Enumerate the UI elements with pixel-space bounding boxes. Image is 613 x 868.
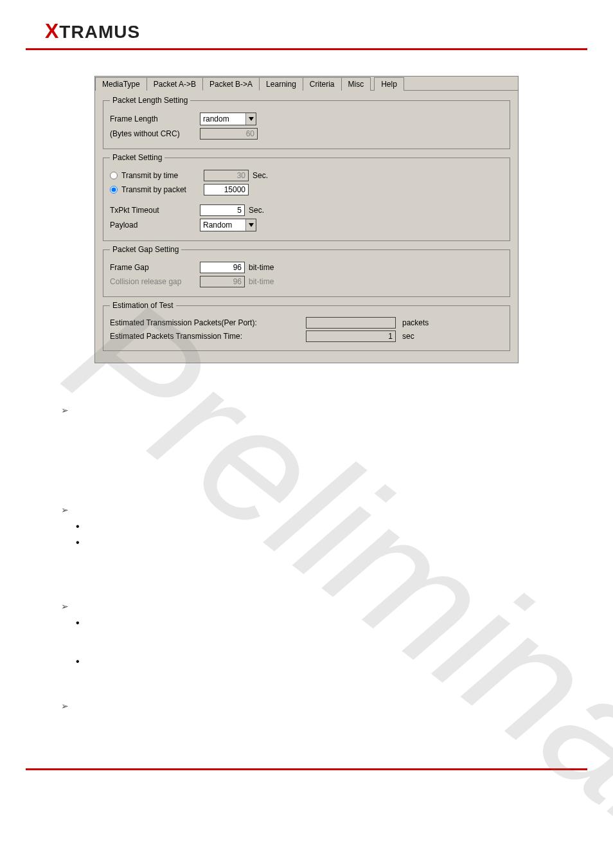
bullet-dot-icon: • (76, 656, 80, 667)
est-packets-unit: packets (402, 318, 429, 327)
est-time-unit: sec (402, 332, 414, 341)
transmit-by-time-unit: Sec. (253, 171, 268, 180)
txpkt-timeout-label: TxPkt Timeout (110, 206, 200, 215)
legend-packet-length: Packet Length Setting (110, 96, 190, 105)
bullet-triangle-icon: ➢ (61, 701, 69, 711)
group-packet-setting: Packet Setting Transmit by time Sec. Tra… (103, 153, 510, 241)
frame-length-value[interactable] (200, 113, 245, 125)
txpkt-timeout-unit: Sec. (249, 206, 264, 215)
footer-rule (26, 768, 587, 770)
legend-estimation: Estimation of Test (110, 301, 176, 310)
tab-mediatype[interactable]: MediaType (95, 77, 147, 91)
tab-misc[interactable]: Misc (341, 77, 371, 91)
bullet-triangle-icon: ➢ (61, 505, 69, 515)
bullet-dot-icon: • (76, 617, 80, 629)
payload-label: Payload (110, 221, 200, 230)
legend-packet-setting: Packet Setting (110, 153, 164, 162)
header-rule (26, 48, 587, 50)
collision-gap-unit: bit-time (249, 277, 274, 286)
frame-length-label: Frame Length (110, 114, 200, 123)
transmit-by-time-radio[interactable] (110, 172, 118, 179)
group-estimation: Estimation of Test Estimated Transmissio… (103, 301, 510, 351)
transmit-by-time-field (204, 170, 249, 181)
tab-strip: MediaType Packet A->B Packet B->A Learni… (95, 77, 518, 91)
bullet-triangle-icon: ➢ (61, 601, 69, 611)
body-text-region: ➢ ➢ • • ➢ • • ➢ (26, 383, 587, 691)
est-packets-value (306, 317, 396, 329)
bullet-triangle-icon: ➢ (61, 405, 69, 415)
tab-packet-ab[interactable]: Packet A->B (147, 77, 203, 91)
brand-logo: XTRAMUS (26, 13, 587, 46)
tab-learning[interactable]: Learning (259, 77, 303, 91)
transmit-by-packet-radio[interactable] (110, 186, 118, 194)
frame-length-select[interactable] (200, 113, 256, 125)
transmit-by-packet-label: Transmit by packet (121, 185, 204, 194)
chevron-down-icon[interactable] (245, 219, 256, 231)
payload-select[interactable] (200, 219, 256, 231)
tab-criteria[interactable]: Criteria (303, 77, 342, 91)
legend-packet-gap: Packet Gap Setting (110, 245, 181, 254)
group-packet-length: Packet Length Setting Frame Length (Byte… (103, 96, 510, 149)
frame-gap-unit: bit-time (249, 263, 274, 272)
est-time-value: 1 (306, 330, 396, 342)
bullet-dot-icon: • (76, 521, 80, 532)
est-packets-label: Estimated Transmission Packets(Per Port)… (110, 318, 306, 327)
est-time-label: Estimated Packets Transmission Time: (110, 332, 306, 341)
tab-help[interactable]: Help (374, 77, 404, 91)
logo-text: TRAMUS (59, 22, 140, 42)
bullet-dot-icon: • (76, 537, 80, 548)
logo-x: X (45, 19, 59, 42)
payload-value[interactable] (200, 219, 245, 231)
group-packet-gap: Packet Gap Setting Frame Gap bit-time Co… (103, 245, 510, 297)
frame-gap-label: Frame Gap (110, 263, 200, 272)
settings-dialog: MediaType Packet A->B Packet B->A Learni… (94, 76, 519, 363)
svg-marker-1 (249, 223, 254, 227)
bytes-without-crc-field (200, 128, 258, 140)
collision-gap-label: Collision release gap (110, 277, 200, 286)
bytes-without-crc-label: (Bytes without CRC) (110, 129, 200, 138)
transmit-by-time-label: Transmit by time (121, 171, 204, 180)
chevron-down-icon[interactable] (245, 113, 256, 125)
transmit-by-packet-field[interactable] (204, 184, 249, 195)
frame-gap-field[interactable] (200, 262, 245, 273)
tab-packet-ba[interactable]: Packet B->A (202, 77, 260, 91)
txpkt-timeout-field[interactable] (200, 204, 245, 216)
svg-marker-0 (249, 117, 254, 121)
collision-gap-field (200, 276, 245, 287)
